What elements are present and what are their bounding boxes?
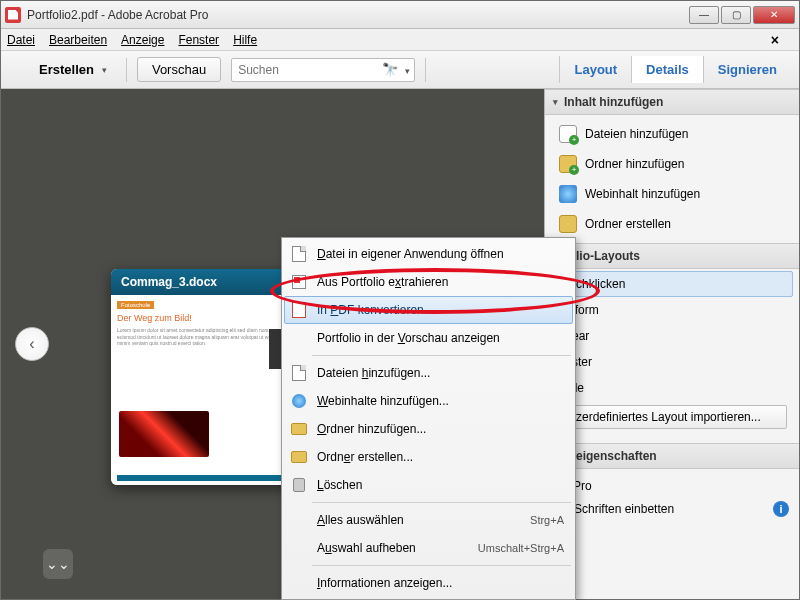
right-panel: Inhalt hinzufügen Dateien hinzufügen Ord… — [544, 89, 799, 599]
import-layout-button[interactable]: …zerdefiniertes Layout importieren... — [557, 405, 787, 429]
portfolio-remove-icon — [289, 273, 309, 291]
folder-add-icon — [559, 155, 577, 173]
panel-header-add-content[interactable]: Inhalt hinzufügen — [545, 89, 799, 115]
layouts-header-suffix: lio-Layouts — [576, 249, 640, 263]
layout-item-clickthrough[interactable]: …rchklicken — [551, 271, 793, 297]
context-menu-label: Webinhalte hinzufügen... — [317, 394, 564, 408]
thumb-tag: Fotoschule — [117, 301, 154, 309]
right-tabs: Layout Details Signieren — [559, 56, 791, 83]
props-value-row: …Pro — [555, 475, 789, 497]
globe-add-icon — [559, 185, 577, 203]
globe-add-icon — [289, 392, 309, 410]
menubar: Datei Bearbeiten Anzeige Fenster Hilfe × — [1, 29, 799, 51]
document-close-button[interactable]: × — [771, 32, 779, 48]
context-menu-shortcut: Umschalt+Strg+A — [478, 542, 564, 554]
panel-header-layouts[interactable]: …lio-Layouts — [545, 243, 799, 269]
trash-icon — [289, 476, 309, 494]
tab-details[interactable]: Details — [631, 56, 703, 83]
create-folder-item[interactable]: Ordner erstellen — [545, 209, 799, 239]
nav-prev-button[interactable]: ‹ — [15, 327, 49, 361]
context-menu-label: Informationen anzeigen... — [317, 576, 564, 590]
layout-item-linear[interactable]: …ear — [551, 323, 793, 349]
toolbar-separator — [126, 58, 127, 82]
context-menu-label: Alles auswählen — [317, 513, 522, 527]
context-menu-item[interactable]: Informationen anzeigen... — [284, 569, 573, 597]
context-menu-label: Dateien hinzufügen... — [317, 366, 564, 380]
create-label: Erstellen — [39, 62, 94, 77]
context-menu-label: Aus Portfolio extrahieren — [317, 275, 564, 289]
search-dropdown[interactable] — [398, 62, 414, 77]
search-input[interactable] — [232, 63, 382, 77]
context-menu-item[interactable]: Ordner erstellen... — [284, 443, 573, 471]
folder-new-icon — [559, 215, 577, 233]
add-web-label: Webinhalt hinzufügen — [585, 187, 700, 201]
add-folder-item[interactable]: Ordner hinzufügen — [545, 149, 799, 179]
toolbar: Erstellen Vorschau 🔭 Layout Details Sign… — [1, 51, 799, 89]
context-menu-item[interactable]: Webinhalte hinzufügen... — [284, 387, 573, 415]
window-buttons: — ▢ ✕ — [689, 6, 795, 24]
blank-icon — [289, 329, 309, 347]
props-body: …Pro Schriften einbetten i — [545, 469, 799, 527]
layout-item-wave[interactable]: …lle — [551, 375, 793, 401]
file-add-icon — [559, 125, 577, 143]
context-menu-item[interactable]: Portfolio in der Vorschau anzeigen — [284, 324, 573, 352]
layout-item-freeform[interactable]: …iform — [551, 297, 793, 323]
minimize-button[interactable]: — — [689, 6, 719, 24]
context-menu-item[interactable]: Löschen — [284, 471, 573, 499]
maximize-button[interactable]: ▢ — [721, 6, 751, 24]
add-web-item[interactable]: Webinhalt hinzufügen — [545, 179, 799, 209]
context-menu-shortcut: Strg+A — [530, 514, 564, 526]
tab-layout[interactable]: Layout — [559, 56, 631, 83]
menu-hilfe[interactable]: Hilfe — [233, 33, 257, 47]
tab-sign[interactable]: Signieren — [703, 56, 791, 83]
binoculars-icon[interactable]: 🔭 — [382, 62, 398, 77]
context-menu-item[interactable]: Auswahl aufhebenUmschalt+Strg+A — [284, 534, 573, 562]
add-files-label: Dateien hinzufügen — [585, 127, 688, 141]
add-files-item[interactable]: Dateien hinzufügen — [545, 119, 799, 149]
context-menu-item[interactable]: Ordner hinzufügen... — [284, 415, 573, 443]
add-folder-label: Ordner hinzufügen — [585, 157, 684, 171]
blank-icon — [289, 511, 309, 529]
context-menu-item[interactable]: Dateien hinzufügen... — [284, 359, 573, 387]
context-menu-label: Datei in eigener Anwendung öffnen — [317, 247, 564, 261]
search-box[interactable]: 🔭 — [231, 58, 415, 82]
folder-new-icon — [289, 448, 309, 466]
context-menu-label: In PDF konvertieren... — [317, 303, 564, 317]
panel-header-props[interactable]: …eigenschaften — [545, 443, 799, 469]
menu-fenster[interactable]: Fenster — [178, 33, 219, 47]
stage-expand-button[interactable]: ⌄⌄ — [43, 549, 73, 579]
context-menu-separator — [312, 502, 571, 503]
window-title: Portfolio2.pdf - Adobe Acrobat Pro — [27, 8, 689, 22]
file-add-icon — [289, 364, 309, 382]
close-button[interactable]: ✕ — [753, 6, 795, 24]
add-content-list: Dateien hinzufügen Ordner hinzufügen Web… — [545, 115, 799, 243]
context-menu-item[interactable]: Aus Portfolio extrahieren — [284, 268, 573, 296]
preview-button[interactable]: Vorschau — [137, 57, 221, 82]
toolbar-separator — [425, 58, 426, 82]
embed-fonts-row: Schriften einbetten i — [555, 497, 789, 521]
menu-datei[interactable]: Datei — [7, 33, 35, 47]
create-button[interactable]: Erstellen — [9, 57, 116, 83]
layout-item-grid[interactable]: …ster — [551, 349, 793, 375]
menu-anzeige[interactable]: Anzeige — [121, 33, 164, 47]
thumb-heading: Der Weg zum Bild! — [117, 313, 305, 323]
context-menu-item[interactable]: Alles auswählenStrg+A — [284, 506, 573, 534]
thumb-image-photo — [119, 411, 209, 457]
context-menu: Datei in eigener Anwendung öffnenAus Por… — [281, 237, 576, 600]
menu-bearbeiten[interactable]: Bearbeiten — [49, 33, 107, 47]
context-menu-label: Löschen — [317, 478, 564, 492]
context-menu-item[interactable]: Datei in eigener Anwendung öffnen — [284, 240, 573, 268]
thumb-footer — [117, 475, 305, 481]
embed-fonts-label: Schriften einbetten — [574, 502, 674, 516]
create-pdf-icon — [18, 62, 34, 78]
context-menu-label: Auswahl aufheben — [317, 541, 470, 555]
info-icon[interactable]: i — [773, 501, 789, 517]
pdf-icon — [289, 301, 309, 319]
document-icon — [289, 245, 309, 263]
context-menu-label: Ordner erstellen... — [317, 450, 564, 464]
blank-icon — [289, 539, 309, 557]
create-folder-label: Ordner erstellen — [585, 217, 671, 231]
context-menu-item[interactable]: In PDF konvertieren... — [284, 296, 573, 324]
context-menu-separator — [312, 565, 571, 566]
props-header-suffix: eigenschaften — [576, 449, 657, 463]
